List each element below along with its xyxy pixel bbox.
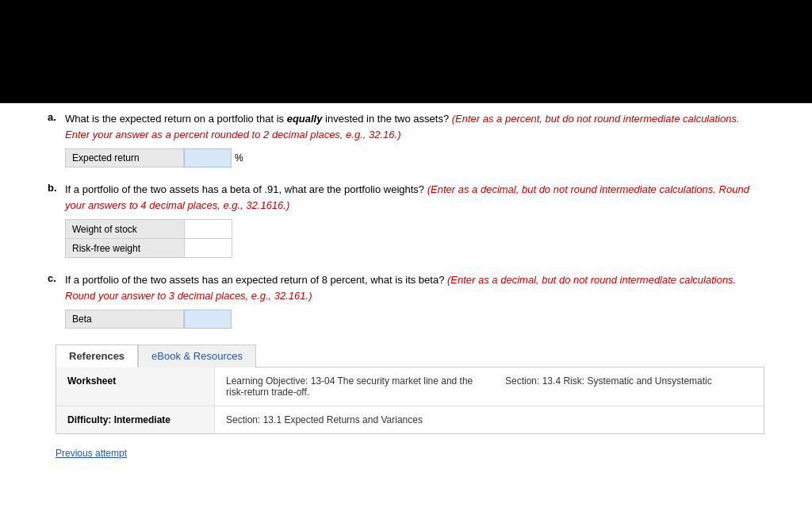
question-b-text: If a portfolio of the two assets has a b… [65,182,764,213]
difficulty-label: Difficulty: Intermediate [56,406,215,433]
question-c: c. If a portfolio of the two assets has … [48,272,764,329]
previous-attempt-link[interactable]: Previous attempt [56,448,127,459]
difficulty-col1: Section: 13.1 Expected Returns and Varia… [226,414,473,425]
previous-attempt-section: Previous attempt [56,447,764,459]
expected-return-label: Expected return [65,148,184,167]
worksheet-row: Worksheet Learning Objective: 13-04 The … [56,368,764,406]
worksheet-label: Worksheet [56,368,215,406]
references-section: References eBook & Resources Worksheet L… [56,344,764,434]
weight-of-stock-input[interactable] [185,220,232,238]
weight-of-stock-row: Weight of stock [66,220,232,239]
question-c-label: c. If a portfolio of the two assets has … [48,272,764,303]
worksheet-col2: Section: 13.4 Risk: Systematic and Unsys… [505,375,753,398]
question-a-letter: a. [48,111,60,142]
beta-input[interactable] [184,310,232,329]
question-a-input-row: Expected return % [65,148,764,167]
risk-free-weight-label: Risk-free weight [66,239,185,258]
question-b-letter: b. [48,182,60,213]
question-c-text: If a portfolio of the two assets has an … [65,272,764,303]
question-c-input-row: Beta [65,310,764,329]
question-b-table: Weight of stock Risk-free weight [65,219,232,258]
beta-label: Beta [65,310,184,329]
worksheet-col1: Learning Objective: 13-04 The security m… [226,375,473,398]
question-a: a. What is the expected return on a port… [48,111,764,167]
question-b-label: b. If a portfolio of the two assets has … [48,182,764,213]
question-c-letter: c. [48,272,60,303]
question-b: b. If a portfolio of the two assets has … [48,182,764,258]
percent-suffix: % [235,152,243,164]
references-tabs: References eBook & Resources [56,344,764,368]
weight-of-stock-label: Weight of stock [66,220,185,239]
content-area: a. What is the expected return on a port… [0,103,812,475]
weight-of-stock-value [185,220,232,239]
tab-ebook[interactable]: eBook & Resources [138,344,256,368]
question-a-text: What is the expected return on a portfol… [65,111,764,142]
risk-free-weight-input[interactable] [185,239,232,257]
tab-references[interactable]: References [56,344,138,368]
difficulty-row: Difficulty: Intermediate Section: 13.1 E… [56,406,764,433]
question-a-label: a. What is the expected return on a port… [48,111,764,142]
difficulty-content: Section: 13.1 Expected Returns and Varia… [215,406,764,433]
references-content: Worksheet Learning Objective: 13-04 The … [56,367,764,434]
difficulty-col2 [505,414,753,425]
top-black-bar [0,0,812,103]
risk-free-weight-row: Risk-free weight [66,239,232,258]
expected-return-input[interactable] [184,148,232,167]
worksheet-content: Learning Objective: 13-04 The security m… [215,368,764,406]
risk-free-weight-value [185,239,232,258]
